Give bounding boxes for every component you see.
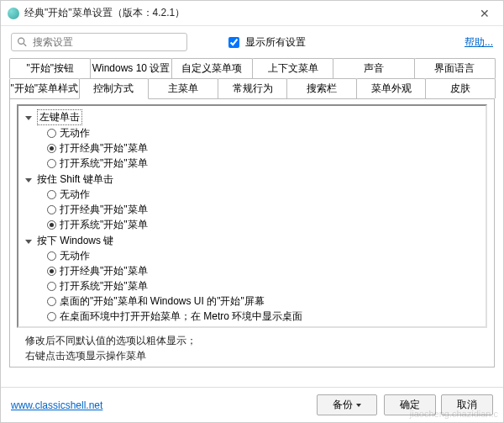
radio-option[interactable]: 打开经典"开始"菜单 [47,263,480,278]
bottom-bar: www.classicshell.net 备份 确定 取消 [1,387,503,422]
tab[interactable]: 控制方式 [79,78,150,99]
close-button[interactable]: ✕ [466,1,503,26]
radio-option[interactable]: 打开经典"开始"菜单 [47,202,480,217]
radio-label: 无动作 [60,126,90,140]
radio-label: 打开经典"开始"菜单 [60,141,148,156]
show-all-input[interactable] [228,37,239,48]
radio-icon [47,312,56,321]
tab[interactable]: 上下文菜单 [252,58,333,78]
radio-icon [47,144,56,153]
content-panel: 左键单击无动作打开经典"开始"菜单打开系统"开始"菜单按住 Shift 键单击无… [9,98,495,367]
close-icon: ✕ [480,7,490,20]
group-header[interactable]: 按住 Shift 键单击 [24,172,480,187]
search-icon [17,36,28,48]
tab[interactable]: 搜索栏 [286,78,357,98]
titlebar: 经典"开始"菜单设置（版本：4.2.1） ✕ [1,1,503,26]
backup-label: 备份 [333,398,353,412]
tab[interactable]: 界面语言 [414,58,496,78]
radio-icon [47,297,56,306]
radio-label: 打开经典"开始"菜单 [60,264,148,278]
tab[interactable]: Windows 10 设置 [90,58,171,78]
tab[interactable]: "开始"菜单样式 [9,78,80,98]
cancel-button[interactable]: 取消 [441,394,493,415]
radio-icon [47,220,56,230]
hint-line-2: 右键点击选项显示操作菜单 [25,348,486,363]
show-all-checkbox[interactable]: 显示所有设置 [225,34,306,50]
search-input[interactable] [31,35,181,49]
radio-icon [47,205,56,214]
radio-label: 无动作 [60,249,90,263]
ok-button[interactable]: 确定 [384,394,436,415]
radio-option[interactable]: 无动作 [47,187,480,202]
tabs: "开始"按钮Windows 10 设置自定义菜单项上下文菜单声音界面语言 "开始… [9,58,495,98]
app-icon [8,8,19,19]
expand-icon [24,175,34,185]
tab[interactable]: 常规行为 [218,78,288,98]
radio-option[interactable]: 无动作 [47,125,480,140]
group-label: 按下 Shift + Win 键 [37,325,122,328]
radio-option[interactable]: 在桌面环境中打开开始菜单；在 Metro 环境中显示桌面 [47,309,480,324]
tab-row-2: "开始"菜单样式控制方式主菜单常规行为搜索栏菜单外观皮肤 [9,78,495,98]
radio-icon [47,159,56,168]
radio-label: 无动作 [60,188,90,202]
radio-icon [47,190,56,199]
tab[interactable]: "开始"按钮 [9,58,91,78]
expand-icon [24,328,34,329]
radio-icon [47,267,56,276]
radio-icon [47,282,56,291]
svg-point-0 [18,38,24,44]
expand-icon [24,236,34,246]
tab[interactable]: 菜单外观 [356,78,427,98]
radio-label: 在桌面环境中打开开始菜单；在 Metro 环境中显示桌面 [60,309,302,324]
ok-label: 确定 [400,398,420,412]
radio-label: 打开系统"开始"菜单 [60,156,148,171]
chevron-down-icon [356,404,361,407]
tab[interactable]: 皮肤 [425,78,496,98]
tab[interactable]: 主菜单 [148,78,218,98]
hint-line-1: 修改后不同默认值的选项以粗体显示； [25,333,486,348]
radio-option[interactable]: 打开系统"开始"菜单 [47,156,480,171]
tab[interactable]: 声音 [333,58,414,78]
radio-option[interactable]: 打开系统"开始"菜单 [47,278,480,293]
radio-icon [47,251,56,261]
options-scroll[interactable]: 左键单击无动作打开经典"开始"菜单打开系统"开始"菜单按住 Shift 键单击无… [17,104,487,328]
radio-option[interactable]: 桌面的"开始"菜单和 Windows UI 的"开始"屏幕 [47,293,480,309]
radio-label: 打开系统"开始"菜单 [60,218,148,232]
group-label: 按下 Windows 键 [37,234,113,248]
backup-button[interactable]: 备份 [317,394,377,415]
tab-row-1: "开始"按钮Windows 10 设置自定义菜单项上下文菜单声音界面语言 [9,58,495,78]
radio-label: 桌面的"开始"菜单和 Windows UI 的"开始"屏幕 [60,294,265,309]
search-box[interactable] [11,33,187,51]
expand-icon [24,113,34,123]
group-header[interactable]: 左键单击 [24,109,480,125]
help-link[interactable]: 帮助... [465,35,493,50]
website-link[interactable]: www.classicshell.net [11,399,102,411]
radio-icon [47,129,56,138]
radio-option[interactable]: 打开系统"开始"菜单 [47,217,480,232]
show-all-label: 显示所有设置 [245,35,306,50]
search-row: 显示所有设置 帮助... [1,26,503,58]
radio-label: 打开系统"开始"菜单 [60,279,148,293]
radio-option[interactable]: 打开经典"开始"菜单 [47,140,480,156]
tab[interactable]: 自定义菜单项 [171,58,253,78]
group-header[interactable]: 按下 Shift + Win 键 [24,325,480,328]
cancel-label: 取消 [457,398,477,412]
svg-line-1 [24,44,26,46]
radio-option[interactable]: 无动作 [47,248,480,263]
group-label: 按住 Shift 键单击 [37,172,113,187]
radio-label: 打开经典"开始"菜单 [60,203,148,217]
group-header[interactable]: 按下 Windows 键 [24,234,480,248]
window-title: 经典"开始"菜单设置（版本：4.2.1） [24,6,185,20]
group-label: 左键单击 [37,109,82,125]
hints: 修改后不同默认值的选项以粗体显示； 右键点击选项显示操作菜单 [10,331,494,367]
